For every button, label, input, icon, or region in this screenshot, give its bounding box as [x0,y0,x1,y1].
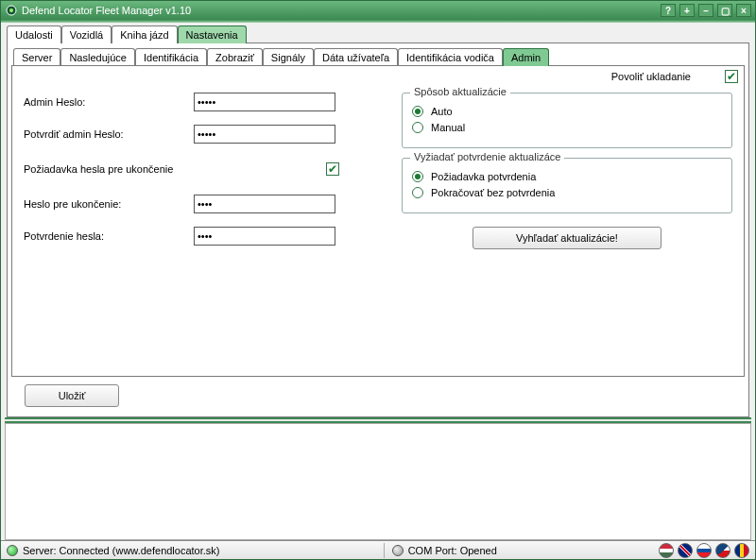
update-confirm-option-label: Pokračovať bez potvrdenia [431,187,555,198]
inner-tab-signály[interactable]: Signály [263,48,314,66]
require-exit-password-label: Požiadavka hesla pre ukončenie [24,163,326,175]
status-bar: Server: Connected (www.defendlocator.sk)… [1,540,755,559]
update-mode-option-label: Manual [431,122,465,133]
update-mode-legend: Spôsob aktualizácie [410,86,510,97]
inner-tab-server[interactable]: Server [13,48,60,66]
app-icon [5,4,18,17]
search-updates-button[interactable]: Vyhľadať aktualizácie! [472,227,662,249]
flag-hu[interactable] [659,543,674,558]
outer-tab-bar: UdalostiVozidláKniha jázdNastavenia [1,23,755,42]
window-controls: ? + – ▢ × [661,4,751,17]
restore-button[interactable]: + [679,4,695,17]
flag-ro[interactable] [734,543,749,558]
close-button[interactable]: × [736,4,751,17]
outer-tab-udalosti[interactable]: Udalosti [7,25,61,43]
inner-tab-admin[interactable]: Admin [503,48,549,66]
inner-tab-identifikácia-vodiča[interactable]: Identifikácia vodiča [398,48,503,66]
update-confirm-option-1[interactable]: Pokračovať bez potvrdenia [412,187,722,198]
exit-password-confirm-input[interactable] [194,227,335,246]
exit-password-input[interactable] [194,195,335,213]
radio-icon [412,122,423,133]
update-confirm-option-label: Požiadavka potvrdenia [431,171,536,182]
admin-password-label: Admin Heslo: [24,96,194,108]
minimize-button[interactable]: – [698,4,713,17]
language-flags [659,543,749,558]
update-mode-option-1[interactable]: Manual [412,122,722,133]
allow-save-label: Povoliť ukladanie [611,71,691,82]
inner-tab-nasledujúce[interactable]: Nasledujúce [60,48,135,66]
titlebar: Defend Locator Fleet Manager v1.10 ? + –… [1,1,755,20]
update-mode-option-label: Auto [431,106,453,117]
flag-sk[interactable] [696,543,712,558]
com-status-led [392,545,404,556]
server-status-text: Server: Connected (www.defendlocator.sk) [23,545,220,556]
maximize-button[interactable]: ▢ [717,4,732,17]
admin-password-confirm-label: Potvrdiť admin Heslo: [24,128,194,140]
svg-point-1 [9,8,13,12]
password-form: Admin Heslo: Potvrdiť admin Heslo: Požia… [24,93,373,259]
app-window: Defend Locator Fleet Manager v1.10 ? + –… [0,0,756,560]
exit-password-confirm-label: Potvrdenie hesla: [24,230,194,242]
radio-icon [412,187,423,198]
server-status-led [7,545,18,556]
save-button[interactable]: Uložiť [25,384,119,407]
outer-tab-nastavenia[interactable]: Nastavenia [178,25,247,43]
radio-icon [412,171,423,182]
admin-password-confirm-input[interactable] [194,125,335,144]
help-button[interactable]: ? [661,4,676,17]
settings-panel: ServerNasledujúceIdentifikáciaZobraziťSi… [7,42,749,417]
inner-tab-dáta-užívateľa[interactable]: Dáta užívateľa [314,48,398,66]
flag-cz[interactable] [715,543,730,558]
radio-icon [412,106,423,117]
checkmark-icon: ✔ [328,163,337,175]
update-confirm-option-0[interactable]: Požiadavka potvrdenia [412,171,722,182]
com-status-text: COM Port: Opened [408,545,497,556]
exit-password-label: Heslo pre ukončenie: [24,198,194,210]
checkmark-icon: ✔ [727,71,736,82]
admin-subpanel: Povoliť ukladanie ✔ Admin Heslo: Potvrdi… [11,65,745,377]
flag-gb[interactable] [678,543,693,558]
update-mode-group: Spôsob aktualizácie AutoManual [402,93,732,148]
update-mode-option-0[interactable]: Auto [412,106,722,117]
update-confirm-legend: Vyžiadať potvrdenie aktualizáce [410,151,564,162]
window-title: Defend Locator Fleet Manager v1.10 [22,5,661,16]
log-area [5,423,751,540]
inner-tab-zobraziť[interactable]: Zobraziť [207,48,263,66]
outer-tab-vozidlá[interactable]: Vozidlá [61,25,112,43]
admin-password-input[interactable] [194,93,335,111]
inner-tab-identifikácia[interactable]: Identifikácia [135,48,207,66]
outer-tab-kniha jázd[interactable]: Kniha jázd [112,25,177,43]
require-exit-password-checkbox[interactable]: ✔ [326,162,339,176]
allow-save-checkbox[interactable]: ✔ [725,70,738,83]
update-confirm-group: Vyžiadať potvrdenie aktualizáce Požiadav… [402,158,732,213]
